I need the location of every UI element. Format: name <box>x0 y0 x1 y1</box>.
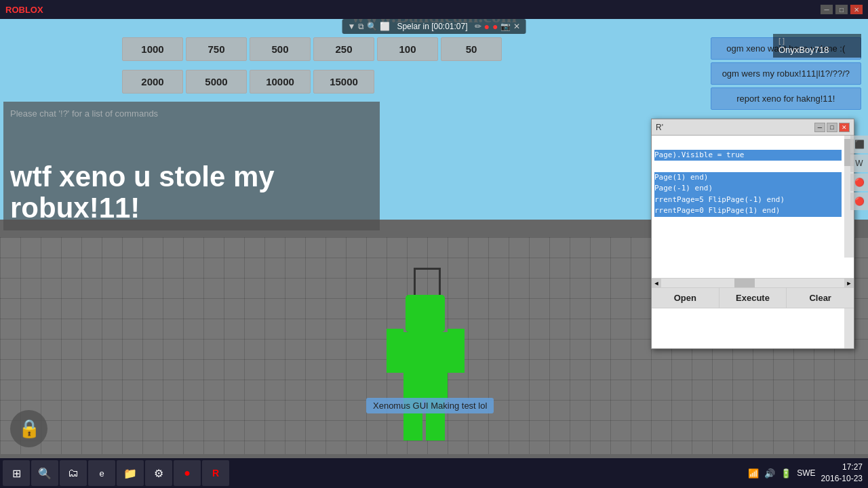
num-btn-250[interactable]: 250 <box>313 37 374 61</box>
leaderboard-panel: [ ] OnyxBoy718 <box>773 34 861 58</box>
taskbar-roblox-button[interactable]: R <box>202 460 229 486</box>
editor-code: Page).Visible = true Page(1) end) Page(-… <box>652 136 844 278</box>
taskbar-edge-button[interactable]: e <box>88 460 115 486</box>
editor-title: R' <box>656 123 663 132</box>
toolbar-region-icon[interactable]: ⬜ <box>380 22 390 31</box>
leaderboard-player: OnyxBoy718 <box>778 45 856 55</box>
toolbar-pencil-icon[interactable]: ✏ <box>475 22 481 31</box>
chat-btn-2[interactable]: ogm wers my robux!111|l1?/??/? <box>711 62 861 85</box>
game-character <box>387 264 468 400</box>
character-arm-right <box>448 329 465 373</box>
roblox-logo: ROBLOX <box>5 5 43 15</box>
right-sidebar-icons: ⬛ W 🔴 🔴 <box>850 136 868 210</box>
number-buttons-row2: 2000 5000 10000 15000 ogm xeno waht have… <box>122 70 502 94</box>
num-btn-500[interactable]: 500 <box>250 37 311 61</box>
maximize-button[interactable]: □ <box>835 5 848 14</box>
editor-scroll-left-icon[interactable]: ◄ <box>652 279 661 288</box>
open-button[interactable]: Open <box>652 288 719 308</box>
toolbar-zoom-icon[interactable]: 🔍 <box>367 22 377 31</box>
code-line-6: rrentPage=5 FlipPage(-1) end) <box>654 195 842 206</box>
editor-title-bar: R' ─ □ ✕ <box>652 119 854 136</box>
editor-hscroll-thumb[interactable] <box>734 279 755 287</box>
toolbar-camera-icon[interactable]: 📷 <box>500 22 511 31</box>
right-icon-1[interactable]: ⬛ <box>850 136 868 153</box>
taskbar-record-button[interactable]: ● <box>174 460 201 486</box>
editor-close-button[interactable]: ✕ <box>839 123 850 132</box>
taskbar-explorer-button[interactable]: 📁 <box>117 460 144 486</box>
code-line-2: Page).Visible = true <box>654 150 842 161</box>
taskbar-time-value: 17:27 <box>821 462 863 473</box>
character-head <box>406 295 445 332</box>
num-btn-2000[interactable]: 2000 <box>122 70 183 94</box>
code-line-7: rrentPage=0 FlipPage(1) end) <box>654 205 842 217</box>
taskbar-network-icon: 📶 <box>748 468 759 479</box>
taskbar-settings-button[interactable]: ⚙ <box>145 460 172 486</box>
num-btn-750[interactable]: 750 <box>186 37 247 61</box>
taskbar-start-button[interactable]: ⊞ <box>3 460 30 486</box>
editor-output <box>652 308 854 348</box>
taskbar-volume-icon: 🔊 <box>764 468 775 479</box>
chat-message: wtf xeno u stole my robux!11! <box>10 161 373 224</box>
chat-panel: Please chat '!?' for a list of commands … <box>3 102 380 230</box>
close-button[interactable]: ✕ <box>850 5 863 14</box>
character-body <box>403 332 448 400</box>
taskbar-battery-icon: 🔋 <box>781 468 791 479</box>
num-btn-10000[interactable]: 10000 <box>250 70 311 94</box>
num-btn-100[interactable]: 100 <box>377 37 438 61</box>
record-dot-icon: ● <box>484 21 490 32</box>
chat-hint: Please chat '!?' for a list of commands <box>10 108 158 119</box>
num-btn-1000[interactable]: 1000 <box>122 37 183 61</box>
number-buttons-row1: 1000 750 500 250 100 50 <box>122 37 502 61</box>
taskbar-date-value: 2016-10-23 <box>821 473 863 485</box>
lock-icon[interactable]: 🔒 <box>10 410 47 447</box>
editor-maximize-button[interactable]: □ <box>827 123 837 132</box>
code-line-5: Page(-1) end) <box>654 183 842 195</box>
right-icon-4[interactable]: 🔴 <box>850 192 868 210</box>
right-icon-3[interactable]: 🔴 <box>850 174 868 191</box>
taskbar-clock: 17:27 2016-10-23 <box>821 462 863 485</box>
taskbar-language: SWE <box>797 468 815 478</box>
right-icon-2[interactable]: W <box>850 155 868 172</box>
editor-title-buttons: ─ □ ✕ <box>814 123 850 132</box>
num-btn-50[interactable]: 50 <box>441 37 502 61</box>
editor-minimize-button[interactable]: ─ <box>814 123 825 132</box>
taskbar-task-view-button[interactable]: 🗂 <box>60 460 87 486</box>
code-line-1 <box>654 138 842 150</box>
editor-code-area[interactable]: Page).Visible = true Page(1) end) Page(-… <box>652 136 854 278</box>
title-bar-left: ROBLOX <box>5 5 43 15</box>
taskbar-search-button[interactable]: 🔍 <box>31 460 58 486</box>
execute-button[interactable]: Execute <box>719 288 787 308</box>
toolbar-copy-icon[interactable]: ⧉ <box>358 22 364 31</box>
editor-horizontal-scrollbar[interactable]: ◄ ► <box>652 278 854 287</box>
recording-timer: Spelar in [00:01:07] <box>397 22 467 31</box>
title-bar-controls[interactable]: ─ □ ✕ <box>821 5 863 14</box>
editor-action-buttons: Open Execute Clear <box>652 287 854 308</box>
record-dot2-icon: ● <box>492 21 498 32</box>
editor-scroll-right-icon[interactable]: ► <box>844 279 854 288</box>
character-arm-left <box>387 329 403 373</box>
toolbar-dropdown-icon[interactable]: ▼ <box>348 22 356 31</box>
num-btn-15000[interactable]: 15000 <box>313 70 374 94</box>
editor-output-scrollbar[interactable] <box>844 308 854 348</box>
editor-hscroll-track[interactable] <box>661 279 844 287</box>
character-label: Xenomus GUI Making test lol <box>366 398 494 413</box>
code-line-3 <box>654 161 842 172</box>
taskbar-right: 📶 🔊 🔋 SWE 17:27 2016-10-23 <box>748 462 865 485</box>
minimize-button[interactable]: ─ <box>821 5 833 14</box>
taskbar: ⊞ 🔍 🗂 e 📁 ⚙ ● R 📶 🔊 🔋 SWE 17:27 2016-10-… <box>0 458 868 488</box>
recording-toolbar: ▼ ⧉ 🔍 ⬜ Spelar in [00:01:07] ✏ ● ● 📷 ✕ <box>342 19 526 34</box>
script-editor-window: R' ─ □ ✕ Page).Visible = true Page(1) en… <box>651 119 854 349</box>
toolbar-close-icon[interactable]: ✕ <box>513 22 520 31</box>
chat-btn-3[interactable]: report xeno for hakng!11! <box>711 87 861 110</box>
num-btn-5000[interactable]: 5000 <box>186 70 247 94</box>
clear-button[interactable]: Clear <box>787 288 854 308</box>
title-bar: ROBLOX ─ □ ✕ <box>0 0 868 19</box>
code-line-4: Page(1) end) <box>654 172 842 184</box>
